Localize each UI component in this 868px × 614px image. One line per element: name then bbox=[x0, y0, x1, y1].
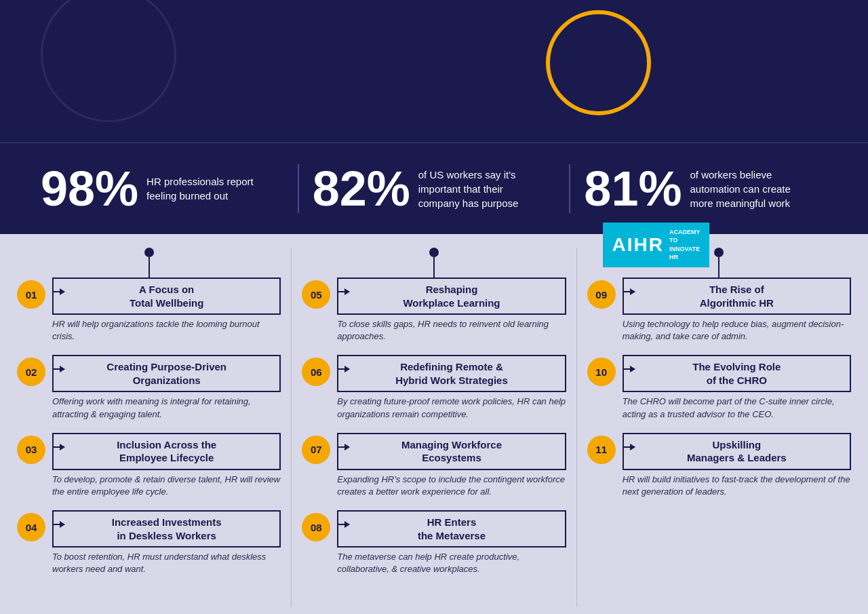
column-dot-2 bbox=[714, 248, 724, 257]
main-content: 01 A Focus onTotal Wellbeing HR will hel… bbox=[0, 234, 868, 614]
trend-number-2-0: 09 bbox=[587, 280, 616, 309]
trend-connector-2-2 bbox=[623, 446, 635, 448]
stat-item-0: 98% HR professionals report feeling burn… bbox=[27, 164, 299, 213]
trend-desc-1-3: The metaverse can help HR create product… bbox=[337, 551, 566, 575]
column-dot-0 bbox=[144, 248, 154, 257]
trend-number-2-1: 10 bbox=[587, 358, 616, 386]
trend-connector-2-1 bbox=[623, 368, 635, 370]
trend-title-box-0-2: Inclusion Across theEmployee Lifecycle bbox=[52, 433, 281, 470]
trend-title-2-0: The Rise ofAlgorithmic HR bbox=[632, 283, 842, 309]
trend-item-1-3: 08 HR Entersthe Metaverse The metaverse … bbox=[302, 510, 566, 575]
trend-item-1-0: 05 ReshapingWorkplace Learning To close … bbox=[302, 277, 566, 343]
aihr-logo: AIHR ACADEMY TOINNOVATE HR bbox=[603, 223, 710, 267]
column-dot-1 bbox=[429, 248, 439, 257]
column-line-1 bbox=[433, 257, 435, 277]
header bbox=[0, 0, 868, 142]
year-circle bbox=[546, 10, 651, 115]
trend-desc-2-0: Using technology to help reduce bias, au… bbox=[623, 318, 851, 343]
trend-number-2-2: 11 bbox=[587, 436, 616, 464]
trend-content-0-1: Creating Purpose-DrivenOrganizations Off… bbox=[52, 355, 281, 420]
trend-number-1-3: 08 bbox=[302, 513, 330, 541]
trend-item-0-3: 04 Increased Investmentsin Deskless Work… bbox=[17, 510, 281, 575]
trend-title-1-2: Managing WorkforceEcosystems bbox=[347, 438, 556, 465]
trend-number-1-1: 06 bbox=[302, 358, 330, 386]
trend-title-box-2-2: UpskillingManagers & Leaders bbox=[623, 433, 851, 470]
trend-title-0-1: Creating Purpose-DrivenOrganizations bbox=[62, 360, 271, 387]
trend-number-1-0: 05 bbox=[302, 280, 330, 309]
trend-number-0-0: 01 bbox=[17, 280, 45, 309]
trend-item-0-1: 02 Creating Purpose-DrivenOrganizations … bbox=[17, 355, 281, 420]
trend-connector-2-0 bbox=[623, 291, 635, 292]
column-0: 01 A Focus onTotal Wellbeing HR will hel… bbox=[7, 248, 292, 607]
trend-title-1-3: HR Entersthe Metaverse bbox=[347, 516, 556, 542]
trend-content-1-0: ReshapingWorkplace Learning To close ski… bbox=[337, 277, 566, 343]
trend-item-2-2: 11 UpskillingManagers & Leaders HR will … bbox=[587, 433, 851, 498]
trend-title-0-0: A Focus onTotal Wellbeing bbox=[62, 283, 271, 309]
trend-desc-1-2: Expanding HR's scope to include the cont… bbox=[337, 474, 566, 498]
trend-content-0-2: Inclusion Across theEmployee Lifecycle T… bbox=[52, 433, 281, 498]
trend-connector-0-0 bbox=[52, 291, 64, 292]
trend-title-1-0: ReshapingWorkplace Learning bbox=[347, 283, 556, 309]
trend-item-1-1: 06 Redefining Remote &Hybrid Work Strate… bbox=[302, 355, 566, 420]
trend-number-0-1: 02 bbox=[17, 358, 45, 386]
trend-desc-0-3: To boost retention, HR must understand w… bbox=[52, 551, 281, 575]
trend-desc-1-1: By creating future-proof remote work pol… bbox=[337, 396, 566, 420]
stat-number-2: 81% bbox=[584, 164, 682, 213]
trend-item-2-1: 10 The Evolving Roleof the CHRO The CHRO… bbox=[587, 355, 851, 420]
trend-desc-0-0: HR will help organizations tackle the lo… bbox=[52, 318, 281, 343]
stat-item-2: 81% of workers believe automation can cr… bbox=[570, 164, 841, 213]
trend-desc-0-2: To develop, promote & retain diverse tal… bbox=[52, 474, 281, 498]
trend-connector-0-1 bbox=[52, 368, 64, 370]
aihr-sub-text: ACADEMY TOINNOVATE HR bbox=[669, 228, 700, 262]
trend-title-2-2: UpskillingManagers & Leaders bbox=[632, 438, 842, 465]
stat-item-1: 82% of US workers say it's important tha… bbox=[299, 164, 571, 213]
trend-connector-0-2 bbox=[52, 446, 64, 448]
trend-connector-1-1 bbox=[337, 368, 349, 370]
stat-desc-2: of workers believe automation can create… bbox=[690, 168, 812, 210]
trend-content-0-0: A Focus onTotal Wellbeing HR will help o… bbox=[52, 277, 281, 343]
trend-title-box-0-0: A Focus onTotal Wellbeing bbox=[52, 277, 281, 315]
trend-title-0-2: Inclusion Across theEmployee Lifecycle bbox=[62, 438, 271, 465]
stat-number-1: 82% bbox=[313, 164, 410, 213]
trend-title-0-3: Increased Investmentsin Deskless Workers bbox=[62, 516, 271, 542]
trend-content-2-2: UpskillingManagers & Leaders HR will bui… bbox=[623, 433, 851, 498]
stat-desc-0: HR professionals report feeling burned o… bbox=[146, 174, 269, 203]
trend-title-box-2-0: The Rise ofAlgorithmic HR bbox=[623, 277, 851, 315]
trend-item-2-0: 09 The Rise ofAlgorithmic HR Using techn… bbox=[587, 277, 851, 343]
trend-content-2-1: The Evolving Roleof the CHRO The CHRO wi… bbox=[623, 355, 851, 420]
stat-number-0: 98% bbox=[41, 164, 138, 213]
trend-number-0-2: 03 bbox=[17, 436, 45, 464]
trend-title-box-0-3: Increased Investmentsin Deskless Workers bbox=[52, 510, 281, 548]
trend-connector-1-0 bbox=[337, 291, 349, 292]
trend-desc-2-1: The CHRO will become part of the C-suite… bbox=[623, 396, 851, 420]
trend-desc-0-1: Offering work with meaning is integral f… bbox=[52, 396, 281, 420]
column-2: AIHR ACADEMY TOINNOVATE HR 09 The Rise o… bbox=[577, 248, 861, 607]
trend-title-1-1: Redefining Remote &Hybrid Work Strategie… bbox=[347, 360, 556, 387]
trend-title-box-2-1: The Evolving Roleof the CHRO bbox=[623, 355, 851, 392]
trend-content-1-3: HR Entersthe Metaverse The metaverse can… bbox=[337, 510, 566, 575]
trend-item-0-2: 03 Inclusion Across theEmployee Lifecycl… bbox=[17, 433, 281, 498]
trend-title-box-1-2: Managing WorkforceEcosystems bbox=[337, 433, 566, 470]
trend-title-box-1-1: Redefining Remote &Hybrid Work Strategie… bbox=[337, 355, 566, 392]
trend-desc-1-0: To close skills gaps, HR needs to reinve… bbox=[337, 318, 566, 343]
trend-content-1-1: Redefining Remote &Hybrid Work Strategie… bbox=[337, 355, 566, 420]
stats-section: 98% HR professionals report feeling burn… bbox=[0, 142, 868, 234]
column-line-0 bbox=[149, 257, 150, 277]
trend-title-box-1-0: ReshapingWorkplace Learning bbox=[337, 277, 566, 315]
trend-connector-1-2 bbox=[337, 446, 349, 448]
trend-title-box-0-1: Creating Purpose-DrivenOrganizations bbox=[52, 355, 281, 392]
trend-number-1-2: 07 bbox=[302, 436, 330, 464]
aihr-main-text: AIHR bbox=[612, 234, 664, 256]
trend-desc-2-2: HR will build initiatives to fast-track … bbox=[623, 474, 851, 498]
trend-connector-0-3 bbox=[52, 524, 64, 525]
trend-number-0-3: 04 bbox=[17, 513, 45, 541]
bg-circle bbox=[41, 0, 176, 122]
trend-title-box-1-3: HR Entersthe Metaverse bbox=[337, 510, 566, 548]
trend-item-1-2: 07 Managing WorkforceEcosystems Expandin… bbox=[302, 433, 566, 498]
column-1: 05 ReshapingWorkplace Learning To close … bbox=[292, 248, 576, 607]
trend-title-2-1: The Evolving Roleof the CHRO bbox=[632, 360, 842, 387]
trend-item-0-0: 01 A Focus onTotal Wellbeing HR will hel… bbox=[17, 277, 281, 343]
trend-content-0-3: Increased Investmentsin Deskless Workers… bbox=[52, 510, 281, 575]
stat-desc-1: of US workers say it's important that th… bbox=[418, 168, 540, 210]
trend-connector-1-3 bbox=[337, 524, 349, 525]
